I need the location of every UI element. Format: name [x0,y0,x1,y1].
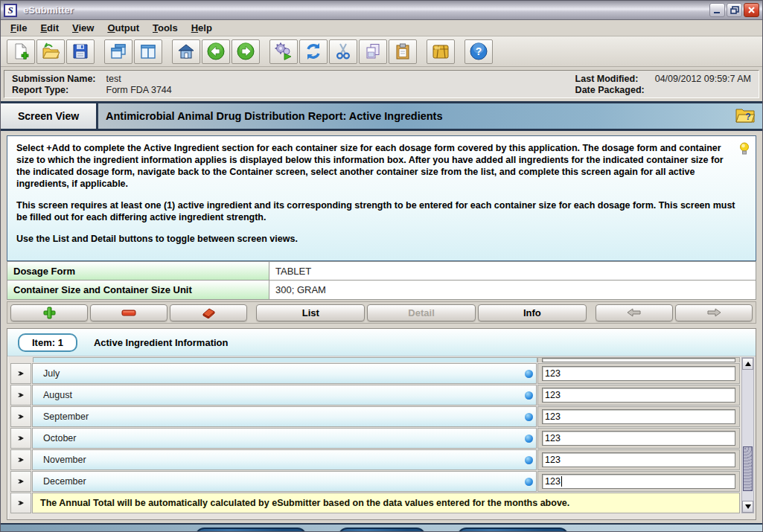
month-label: August [32,385,537,406]
app-icon: S [4,4,17,17]
close-button[interactable] [744,3,759,17]
menu-view[interactable]: View [67,21,99,35]
info-button[interactable]: Info [478,304,587,321]
row-arrow-icon [10,385,31,406]
scroll-up-button[interactable] [742,358,753,370]
back-button[interactable] [202,39,230,64]
last-modified-value: 04/09/2012 09:59:7 AM [655,74,751,84]
save-button[interactable] [66,39,95,64]
row-arrow-icon [10,471,31,492]
month-value-input-august[interactable]: 123 [542,388,735,403]
action-bar: List Detail Info [7,301,756,324]
save-icon [71,42,89,60]
month-row-december: December 123 [10,471,740,492]
required-dot-icon [525,391,533,400]
header-help-button[interactable]: ? [735,106,755,126]
previous-arrow-icon [626,307,642,318]
copy-button[interactable] [359,39,387,64]
item-section-title: Active Ingredient Information [94,337,229,348]
add-button[interactable] [10,304,88,321]
month-value-input-december[interactable]: 123 [542,474,735,489]
month-value-input-september[interactable]: 123 [542,409,735,424]
scroll-down-button[interactable] [742,501,753,513]
cascade-windows-icon [109,42,127,60]
previous-item-button[interactable] [596,304,673,321]
context-table: Dosage Form TABLET Container Size and Co… [7,261,756,300]
menu-output[interactable]: Output [102,21,144,35]
row-arrow-icon [10,428,31,449]
month-row-july: July 123 [10,363,740,384]
menu-edit[interactable]: Edit [35,21,64,35]
cascade-windows-button[interactable] [104,39,133,64]
home-icon [177,42,195,60]
minimize-button[interactable] [709,3,725,17]
required-dot-icon [525,370,533,378]
dosage-form-value: TABLET [269,262,756,280]
close-icon [747,6,756,14]
remove-minus-icon [121,310,136,316]
month-value-input-july[interactable]: 123 [542,366,735,381]
scrollbar-thumb[interactable] [743,446,753,491]
previous-screen-button[interactable] [195,528,307,532]
menu-help[interactable]: Help [186,21,217,35]
outline-view-button[interactable]: Outline View [338,528,426,532]
month-label: September [32,406,537,427]
month-value-input-october[interactable]: 123 [542,431,735,446]
add-plus-icon [43,307,56,319]
row-arrow-icon [10,363,31,384]
list-button[interactable]: List [256,304,365,321]
screen-view-tab[interactable]: Screen View [1,103,98,129]
dosage-form-row: Dosage Form TABLET [7,261,756,281]
menu-file[interactable]: File [5,21,32,35]
info-panel-wrap: Submission Name: test Report Type: Form … [1,67,762,101]
svg-text:?: ? [745,112,750,122]
vertical-scrollbar[interactable] [741,357,754,513]
open-submission-button[interactable] [36,39,65,64]
new-document-button[interactable] [7,39,35,64]
instruction-box: Select +Add to complete the Active Ingre… [7,135,756,261]
month-label: November [32,449,537,470]
detail-button: Detail [367,304,476,321]
delete-all-button[interactable] [170,304,247,321]
item-badge: Item: 1 [18,333,77,352]
item-header: Item: 1 Active Ingredient Information [7,329,756,356]
cut-button[interactable] [329,39,357,64]
month-label: July [32,363,537,384]
svg-text:?: ? [476,45,482,57]
annual-total-note: The Annual Total will be automatically c… [32,493,740,513]
package-icon [431,42,450,61]
refresh-button[interactable] [299,39,328,64]
home-button[interactable] [172,39,200,64]
cut-scissors-icon [334,42,352,60]
submission-name-value: test [106,74,172,84]
item-viewport: July 123 August [7,356,756,519]
restore-icon [730,6,739,14]
help-button[interactable]: ? [464,39,493,64]
row-arrow-icon [10,493,31,513]
scroll-up-icon [745,362,751,366]
next-item-button[interactable] [675,304,753,321]
instruction-paragraph-2: This screen requires at least one (1) ac… [16,199,736,223]
split-view-icon [139,42,157,60]
submission-name-label: Submission Name: [12,74,96,84]
month-value-input-november[interactable]: 123 [542,452,735,467]
required-dot-icon [525,478,533,486]
open-folder-icon [42,42,60,60]
instruction-paragraph-3: Use the List and Detail buttons to toggl… [16,233,736,245]
forward-button[interactable] [232,39,260,64]
month-rows: July 123 August [10,357,740,513]
next-screen-button[interactable] [457,528,569,532]
package-button[interactable] [427,39,455,64]
screen-title: Antimicrobial Animal Drug Distribution R… [106,110,443,122]
minimize-icon [713,6,721,14]
run-validation-button[interactable] [269,39,298,64]
required-dot-icon [525,435,533,443]
row-arrow-icon [10,449,31,470]
paste-button[interactable] [389,39,417,64]
menu-tools[interactable]: Tools [147,21,183,35]
split-view-button[interactable] [134,39,162,64]
month-label: October [32,428,537,449]
remove-button[interactable] [90,304,167,321]
menu-bar: File Edit View Output Tools Help [1,20,762,36]
restore-button[interactable] [727,3,742,17]
